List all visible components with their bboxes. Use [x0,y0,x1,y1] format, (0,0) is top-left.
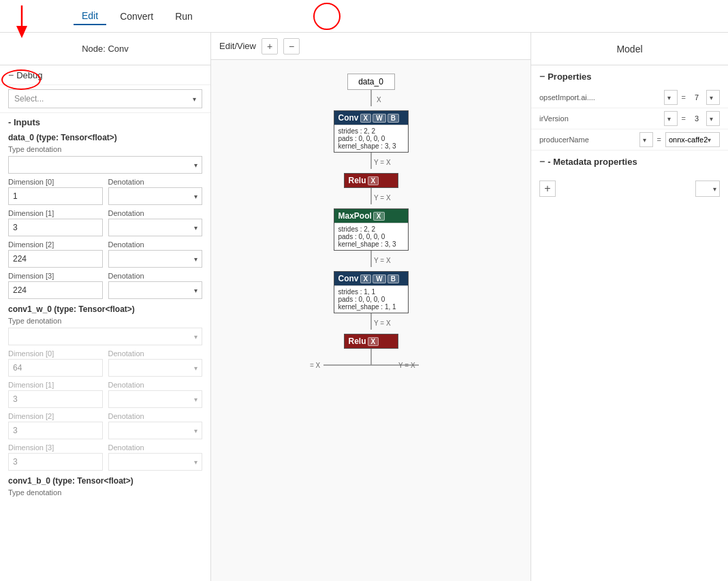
conv2-detail-2: kernel_shape : 1, 1 [338,303,404,311]
left-panel-scroll[interactable]: - Inputs data_0 (type: Tensor<float>) Ty… [0,113,210,581]
connector-svg-2: Y = X [344,188,398,208]
property-row-0: opsetImport.ai.... ▾ = 7 ▾ [531,87,728,108]
den-dropdown-0-0[interactable]: ▾ [108,187,203,205]
svg-text:Y = X: Y = X [374,194,391,202]
dim-input-1-2[interactable]: 3 [8,422,103,439]
metadata-section: + ▾ [531,172,728,205]
prop-value-chevron-0: ▾ [710,94,713,101]
properties-label: Properties [548,72,591,82]
input-conv1w-label: conv1_w_0 (type: Tensor<float>) [0,302,210,315]
menu-run[interactable]: Run [167,8,201,25]
metadata-add-button[interactable]: + [539,180,556,197]
den-dropdown-1-3[interactable]: ▾ [108,453,203,471]
type-denotation-dropdown-0[interactable]: ▾ [8,156,202,174]
node-relu2[interactable]: Relu X [344,334,398,349]
node-relu2-tag-x: X [368,337,379,346]
node-conv1-tag-x: X [360,114,372,123]
dim-input-1-1[interactable]: 3 [8,390,103,408]
den-label-0-0: Denotation [108,178,203,186]
property-row-1: irVersion ▾ = 3 ▾ [531,108,728,129]
dim-input-0-2[interactable]: 224 [8,250,103,268]
metadata-collapse-icon[interactable]: − [539,156,545,167]
dim-label-1-3: Dimension [3] [8,443,103,452]
node-relu2-label: Relu [349,336,366,346]
den-dropdown-0-2[interactable]: ▾ [108,250,203,268]
maxpool-detail-2: kernel_shape : 3, 3 [338,240,404,248]
node-conv2-wrapper: Conv X W B strides : 1, 1 pads : 0, 0, 0… [334,271,409,334]
prop-equals-1: = [680,114,687,123]
metadata-label: - Metadata properties [548,157,637,167]
canvas-toolbar: Edit/View + − [211,33,531,60]
menu-convert[interactable]: Convert [112,8,161,25]
right-panel: Model − Properties opsetImport.ai.... ▾ … [531,33,728,581]
dim-label-1-0: Dimension [0] [8,349,103,358]
den-col-0-0: Denotation ▾ [108,178,203,205]
den-chevron-1-0: ▾ [194,364,197,372]
select-row: Select... ▾ [0,85,210,113]
center-canvas: Edit/View + − data_0 X [211,33,531,581]
node-maxpool-tag-x: X [373,212,385,221]
prop-value-1: 3 [690,114,703,123]
dim-col-1-1: Dimension [1] 3 [8,381,103,408]
prop-value-dropdown-0[interactable]: ▾ [706,90,720,105]
type-denotation-label-0: Type denotation [0,144,210,155]
den-chevron-1-3: ▾ [194,458,197,466]
node-conv2-header: Conv X W B [334,272,408,285]
dim-row-1-2: Dimension [2] 3 Denotation ▾ [0,411,210,441]
prop-value-dropdown-2[interactable]: onnx-caffe2 ▾ [665,132,720,147]
den-label-1-2: Denotation [108,412,203,420]
den-col-1-3: Denotation ▾ [108,443,203,471]
dim-col-0-2: Dimension [2] 224 [8,240,103,268]
node-conv2-label: Conv [338,274,359,283]
node-relu2-header: Relu X [345,334,398,348]
prop-name-2: producerName [539,136,637,144]
prop-value-dropdown-1[interactable]: ▾ [706,111,720,126]
dim-label-1-1: Dimension [1] [8,381,103,389]
zoom-out-button[interactable]: − [283,38,300,54]
properties-collapse-icon[interactable]: − [539,71,545,82]
dim-input-0-3[interactable]: 224 [8,281,103,299]
den-dropdown-0-1[interactable]: ▾ [108,219,203,236]
type-denotation-label-1: Type denotation [0,315,210,326]
node-maxpool[interactable]: MaxPool X strides : 2, 2 pads : 0, 0, 0,… [334,208,409,251]
type-dropdown-chevron-1: ▾ [194,333,197,341]
dim-col-1-0: Dimension [0] 64 [8,349,103,377]
prop-dropdown-0[interactable]: ▾ [664,90,678,105]
node-conv1[interactable]: Conv X W B strides : 2, 2 pads : 0, 0, 0… [334,110,409,153]
node-relu1[interactable]: Relu X [344,173,398,188]
den-label-0-3: Denotation [108,272,203,280]
dim-row-1-0: Dimension [0] 64 Denotation ▾ [0,348,210,378]
dim-label-0-0: Dimension [0] [8,178,103,186]
canvas-area[interactable]: data_0 X Conv X W B [211,60,531,581]
den-col-1-2: Denotation ▾ [108,412,203,439]
node-conv1-body: strides : 2, 2 pads : 0, 0, 0, 0 kernel_… [334,125,408,152]
metadata-dropdown[interactable]: ▾ [695,180,720,197]
zoom-in-button[interactable]: + [262,38,278,54]
dim-input-1-3[interactable]: 3 [8,453,103,471]
node-conv2[interactable]: Conv X W B strides : 1, 1 pads : 0, 0, 0… [334,271,409,313]
dim-label-0-2: Dimension [2] [8,240,103,249]
select-field[interactable]: Select... ▾ [8,89,202,108]
node-conv1-label: Conv [338,113,359,123]
den-col-0-2: Denotation ▾ [108,240,203,268]
dim-input-1-0[interactable]: 64 [8,359,103,377]
den-dropdown-1-2[interactable]: ▾ [108,422,203,439]
prop-dropdown-1[interactable]: ▾ [664,111,678,126]
prop-chevron-2: ▾ [643,136,646,144]
dim-col-0-3: Dimension [3] 224 [8,272,103,299]
den-dropdown-0-3[interactable]: ▾ [108,281,203,299]
prop-dropdown-2[interactable]: ▾ [639,132,653,147]
conv1-detail-2: kernel_shape : 3, 3 [338,142,404,150]
dim-input-0-0[interactable]: 1 [8,187,103,205]
node-data0[interactable]: data_0 [347,74,395,90]
debug-collapse-icon[interactable]: − [8,69,14,80]
node-conv1-header: Conv X W B [334,111,408,125]
menu-edit[interactable]: Edit [74,7,106,25]
den-dropdown-1-1[interactable]: ▾ [108,390,203,408]
prop-value-text-2: onnx-caffe2 [669,136,708,144]
dim-input-0-1[interactable]: 3 [8,219,103,236]
main-content: Node: Conv − Debug Select... ▾ - Inputs … [0,33,728,581]
type-denotation-dropdown-1[interactable]: ▾ [8,328,202,345]
den-dropdown-1-0[interactable]: ▾ [108,359,203,377]
maxpool-detail-1: pads : 0, 0, 0, 0 [338,233,404,240]
